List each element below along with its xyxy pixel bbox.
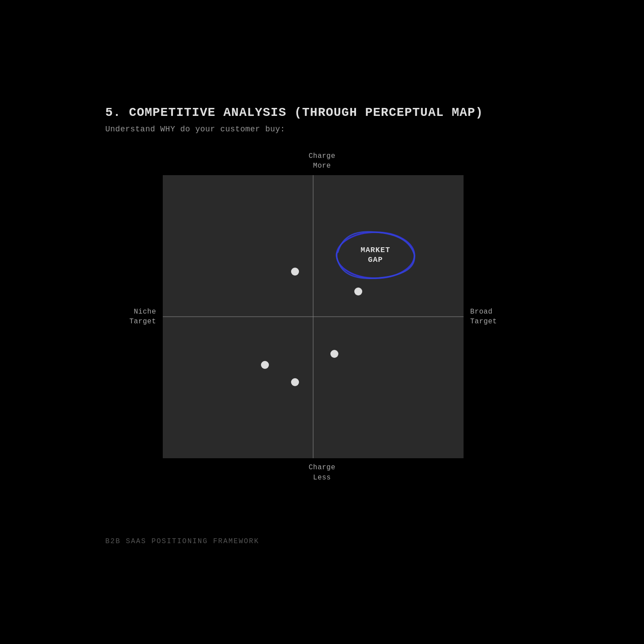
- competitor-dot-3: [330, 350, 338, 358]
- competitor-dot-5: [291, 378, 299, 386]
- chart-area: ChargeMore NicheTarget: [105, 151, 539, 483]
- bottom-axis-label: ChargeLess: [309, 463, 336, 483]
- vertical-axis: [313, 175, 314, 458]
- page-subtitle: Understand WHY do your customer buy:: [105, 125, 539, 134]
- market-gap-label: MARKET GAP: [360, 245, 390, 264]
- chart-middle-row: NicheTarget: [105, 175, 539, 458]
- footer-label: B2B SAAS POSITIONING FRAMEWORK: [105, 537, 259, 545]
- page: 5. COMPETITIVE ANALYSIS (THROUGH PERCEPT…: [81, 81, 563, 563]
- competitor-dot-4: [261, 361, 269, 369]
- top-axis-label: ChargeMore: [309, 151, 336, 171]
- market-gap-region: MARKET GAP: [331, 226, 420, 284]
- competitor-dot-1: [354, 288, 362, 295]
- competitor-dot-2: [291, 268, 299, 276]
- left-axis-label: NicheTarget: [105, 307, 163, 327]
- page-title: 5. COMPETITIVE ANALYSIS (THROUGH PERCEPT…: [105, 105, 539, 120]
- perceptual-map: MARKET GAP: [163, 175, 464, 458]
- right-axis-label: BroadTarget: [464, 307, 521, 327]
